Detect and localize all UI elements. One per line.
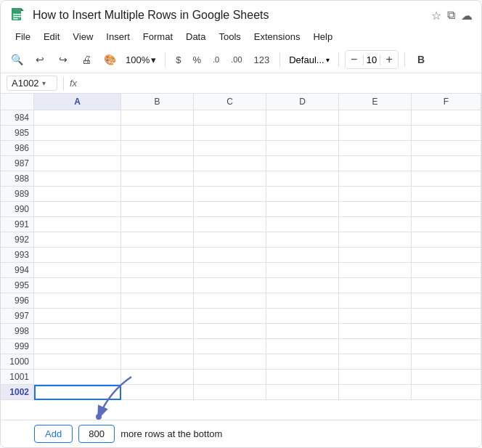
cell-d987[interactable] <box>266 156 339 171</box>
col-header-d[interactable]: D <box>266 94 339 110</box>
cell-f985[interactable] <box>412 126 481 141</box>
window-icon[interactable]: ⧉ <box>447 9 455 22</box>
cell-c997[interactable] <box>194 309 266 324</box>
cell-d988[interactable] <box>266 171 339 187</box>
cell-e987[interactable] <box>339 156 412 171</box>
cell-b989[interactable] <box>121 187 194 202</box>
cell-c994[interactable] <box>194 263 266 278</box>
cell-a986[interactable] <box>34 141 121 156</box>
cell-d989[interactable] <box>266 187 339 202</box>
cell-c987[interactable] <box>194 156 266 171</box>
row-number[interactable]: 994 <box>1 263 34 277</box>
cell-e997[interactable] <box>339 309 412 324</box>
star-icon[interactable]: ☆ <box>431 9 441 23</box>
row-number[interactable]: 998 <box>1 324 34 338</box>
cell-e994[interactable] <box>339 263 412 278</box>
cell-a988[interactable] <box>34 171 121 187</box>
cell-d998[interactable] <box>266 324 339 339</box>
decimal-more-button[interactable]: .00 <box>226 54 246 65</box>
cell-b986[interactable] <box>121 141 194 156</box>
cell-a993[interactable] <box>34 248 121 263</box>
cell-e1001[interactable] <box>339 370 412 385</box>
cell-a991[interactable] <box>34 217 121 232</box>
row-number[interactable]: 996 <box>1 293 34 308</box>
col-header-e[interactable]: E <box>339 94 412 110</box>
menu-help[interactable]: Help <box>307 28 338 45</box>
cell-b993[interactable] <box>121 248 194 263</box>
cell-a990[interactable] <box>34 202 121 217</box>
cell-d984[interactable] <box>266 110 339 126</box>
cell-a997[interactable] <box>34 309 121 324</box>
font-size-decrease-button[interactable]: − <box>346 51 363 68</box>
row-number[interactable]: 990 <box>1 202 34 216</box>
font-size-increase-button[interactable]: + <box>380 51 398 68</box>
cell-a995[interactable] <box>34 278 121 293</box>
menu-format[interactable]: Format <box>137 28 179 45</box>
cell-c988[interactable] <box>194 171 266 187</box>
menu-view[interactable]: View <box>67 28 99 45</box>
cell-f995[interactable] <box>412 278 481 293</box>
row-number[interactable]: 1001 <box>1 370 34 384</box>
cloud-icon[interactable]: ☁ <box>461 9 473 23</box>
cell-b990[interactable] <box>121 202 194 217</box>
row-number[interactable]: 1002 <box>1 385 34 399</box>
cell-f999[interactable] <box>412 339 481 354</box>
row-number[interactable]: 985 <box>1 126 34 140</box>
cell-a994[interactable] <box>34 263 121 278</box>
cell-c991[interactable] <box>194 217 266 232</box>
cell-e995[interactable] <box>339 278 412 293</box>
add-rows-button[interactable]: Add <box>34 425 73 443</box>
cell-d999[interactable] <box>266 339 339 354</box>
cell-a1001[interactable] <box>34 370 121 385</box>
cell-a989[interactable] <box>34 187 121 202</box>
number-format-button[interactable]: 123 <box>250 53 274 67</box>
cell-b995[interactable] <box>121 278 194 293</box>
cell-a987[interactable] <box>34 156 121 171</box>
cell-e998[interactable] <box>339 324 412 339</box>
cell-e984[interactable] <box>339 110 412 126</box>
cell-b998[interactable] <box>121 324 194 339</box>
cell-d993[interactable] <box>266 248 339 263</box>
cell-f989[interactable] <box>412 187 481 202</box>
cell-a985[interactable] <box>34 126 121 141</box>
cell-c989[interactable] <box>194 187 266 202</box>
cell-b992[interactable] <box>121 232 194 248</box>
cell-d986[interactable] <box>266 141 339 156</box>
col-header-f[interactable]: F <box>412 94 481 110</box>
row-number[interactable]: 989 <box>1 187 34 201</box>
cell-f997[interactable] <box>412 309 481 324</box>
cell-e1000[interactable] <box>339 354 412 370</box>
cell-f993[interactable] <box>412 248 481 263</box>
cell-f996[interactable] <box>412 293 481 309</box>
menu-file[interactable]: File <box>9 28 36 45</box>
bold-button[interactable]: B <box>411 49 431 70</box>
row-number[interactable]: 992 <box>1 232 34 247</box>
cell-e992[interactable] <box>339 232 412 248</box>
col-header-a[interactable]: A <box>34 94 121 110</box>
cell-f990[interactable] <box>412 202 481 217</box>
cell-f991[interactable] <box>412 217 481 232</box>
cell-c985[interactable] <box>194 126 266 141</box>
cell-a996[interactable] <box>34 293 121 309</box>
cell-d991[interactable] <box>266 217 339 232</box>
cell-e988[interactable] <box>339 171 412 187</box>
cell-b994[interactable] <box>121 263 194 278</box>
cell-d1002[interactable] <box>266 385 339 400</box>
undo-button[interactable]: ↩ <box>30 49 50 70</box>
zoom-control[interactable]: 100% ▾ <box>123 53 159 67</box>
cell-f987[interactable] <box>412 156 481 171</box>
print-button[interactable]: 🖨 <box>76 49 97 70</box>
currency-button[interactable]: $ <box>171 53 185 67</box>
cell-c1002[interactable] <box>194 385 266 400</box>
cell-d995[interactable] <box>266 278 339 293</box>
row-number[interactable]: 1000 <box>1 354 34 369</box>
cell-d1000[interactable] <box>266 354 339 370</box>
font-select[interactable]: Defaul... ▾ <box>286 53 332 67</box>
menu-insert[interactable]: Insert <box>100 28 136 45</box>
cell-e985[interactable] <box>339 126 412 141</box>
cell-e991[interactable] <box>339 217 412 232</box>
cell-f986[interactable] <box>412 141 481 156</box>
cell-e989[interactable] <box>339 187 412 202</box>
paint-format-button[interactable]: 🎨 <box>99 49 120 70</box>
cell-a984[interactable] <box>34 110 121 126</box>
